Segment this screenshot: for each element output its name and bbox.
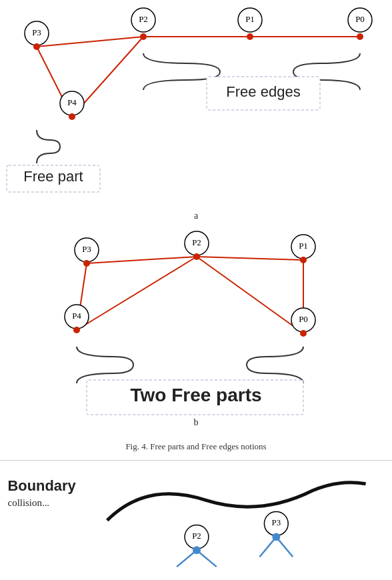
node-label-p4: P4 (72, 311, 81, 321)
caption-text: Fig. 4. Free parts and Free edges notion… (125, 441, 266, 452)
node-label-p1: P1 (299, 241, 308, 251)
node-dot-p3 (83, 260, 90, 267)
brace-right (247, 347, 303, 383)
node-dot-p4 (69, 113, 75, 120)
free-edges-label: Free edges (226, 83, 300, 100)
edge-p3-p2 (87, 257, 197, 263)
node-dot-p3 (33, 43, 40, 50)
edge-p2-p0 (197, 257, 303, 333)
node-label-p3: P3 (82, 244, 91, 254)
edge-p2-p4 (77, 257, 197, 330)
boundary-subtitle: collision... (8, 497, 50, 508)
two-free-parts-label: Two Free parts (130, 385, 261, 405)
caption: Fig. 4. Free parts and Free edges notion… (0, 433, 392, 460)
node-dot-p2 (140, 33, 147, 40)
node-label-p3: P3 (272, 517, 281, 527)
free-part-label: Free part (23, 168, 83, 185)
node-dot-p0 (300, 330, 307, 337)
node-label-p0: P0 (355, 14, 365, 24)
node-label-p2: P2 (192, 237, 201, 247)
edge-p3-p2 (37, 37, 143, 47)
node-label-p2: P2 (192, 531, 201, 541)
node-label-p3: P3 (32, 27, 41, 37)
node-label-p1: P1 (245, 14, 255, 24)
bottom-diagram: a P3 P2 P1 P4 P0 Two Free pa (0, 207, 392, 433)
node-dot-p4 (73, 327, 80, 333)
top-diagram: P3 P2 P1 P0 P4 Free edges Free part (0, 0, 392, 207)
boundary-curve (107, 483, 366, 521)
node-dot-p2 (193, 253, 200, 260)
label-a: a (194, 211, 199, 221)
p3-line-right (276, 537, 293, 557)
p3-line-left (259, 537, 276, 557)
brace-free-part (37, 130, 60, 163)
label-b: b (194, 417, 199, 427)
node-label-p0: P0 (299, 314, 308, 324)
node-dot-p0 (357, 33, 363, 40)
p2-line-left (177, 550, 197, 567)
node-dot-p1 (247, 33, 253, 40)
node-dot-p1 (300, 257, 307, 263)
edge-p2-p1 (197, 257, 303, 260)
node-label-p4: P4 (67, 97, 77, 107)
p2-line-right (197, 550, 217, 567)
brace-left (77, 347, 133, 383)
boundary-title: Boundary (8, 477, 77, 494)
boundary-section: P2 P3 Boundary collision... (0, 460, 392, 580)
node-label-p2: P2 (139, 14, 148, 24)
